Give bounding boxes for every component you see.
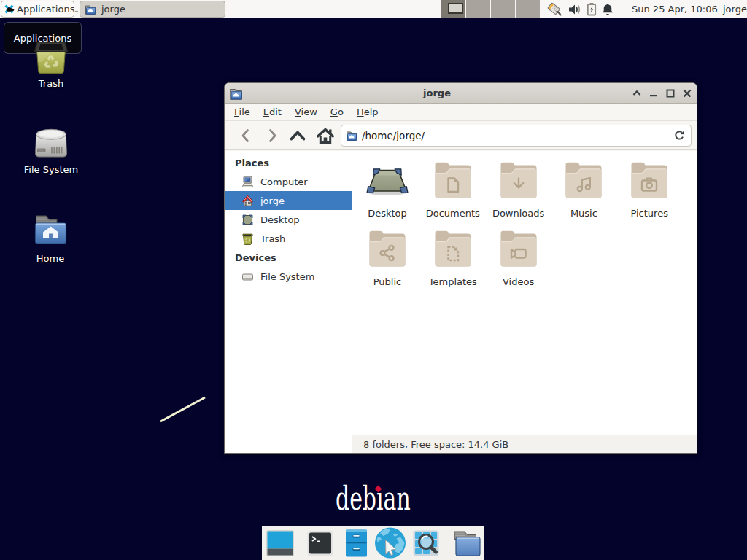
menu-help[interactable]: Help: [350, 106, 385, 117]
panel-username[interactable]: jorge: [723, 0, 747, 18]
show-desktop-icon: [266, 529, 295, 558]
home-icon: [241, 195, 254, 207]
folder-templates-icon: [420, 230, 486, 268]
debian-wordmark: debıan: [336, 481, 411, 517]
statusbar-text: 8 folders, Free space: 14.4 GiB: [363, 439, 508, 450]
minimize-button[interactable]: [645, 85, 662, 102]
maximize-icon: [665, 88, 676, 98]
trash-icon: [241, 233, 254, 245]
menu-view[interactable]: View: [288, 106, 324, 117]
maximize-button[interactable]: [662, 85, 678, 102]
trash-icon: [16, 41, 86, 74]
browser-launcher[interactable]: [374, 527, 406, 559]
desktop-icon-home[interactable]: Home: [15, 214, 85, 264]
location-path: /home/jorge/: [362, 130, 673, 141]
desktop-icon-file-system[interactable]: File System: [16, 128, 86, 175]
menu-go[interactable]: Go: [324, 106, 350, 117]
folder-music-icon: [551, 162, 616, 200]
file-cabinet-launcher[interactable]: [344, 529, 368, 558]
window-controls: [628, 83, 695, 104]
sidebar-item-trash[interactable]: Trash: [225, 229, 352, 248]
battery-icon[interactable]: [587, 2, 597, 16]
sidebar-item-computer[interactable]: Computer: [225, 172, 352, 191]
drive-icon: [16, 128, 86, 158]
sidebar-item-file-system[interactable]: File System: [225, 267, 352, 286]
desktop-pad-icon: [355, 162, 420, 200]
panel-clock[interactable]: Sun 25 Apr, 10:06: [632, 0, 718, 18]
bottom-dock-panel: [262, 526, 484, 560]
folder-public-icon: [355, 230, 420, 268]
statusbar: 8 folders, Free space: 14.4 GiB: [352, 435, 697, 453]
file-manager-launcher[interactable]: [452, 529, 482, 558]
sidebar-header-devices: Devices: [225, 248, 352, 267]
top-panel: Applications jorge Sun 25 Apr, 10:06 jor…: [0, 0, 747, 18]
desktop-icon: [241, 214, 254, 226]
file-item-public[interactable]: Public: [355, 230, 420, 287]
file-item-pictures[interactable]: Pictures: [616, 162, 682, 219]
volume-icon[interactable]: [568, 3, 582, 16]
file-item-desktop[interactable]: Desktop: [355, 162, 420, 219]
workspace-3[interactable]: [490, 0, 515, 18]
places-sidebar: Places Computer jorge Desktop TrashDevic…: [225, 151, 352, 453]
file-item-videos[interactable]: Videos: [486, 230, 551, 287]
file-cabinet-icon: [344, 529, 368, 558]
window-titlebar[interactable]: jorge: [225, 83, 697, 104]
file-item-documents[interactable]: Documents: [420, 162, 486, 219]
applications-menu-button[interactable]: Applications: [1, 1, 74, 18]
home-icon: [316, 127, 335, 144]
reload-icon[interactable]: [673, 130, 685, 141]
shade-icon: [632, 88, 642, 98]
forward-icon: [264, 128, 280, 144]
drive-icon: [241, 271, 254, 283]
app-finder-launcher[interactable]: [412, 529, 440, 557]
workspace-1[interactable]: [441, 0, 465, 18]
folder-pictures-icon: [616, 162, 682, 200]
workspace-switcher[interactable]: [441, 0, 540, 18]
shade-button[interactable]: [628, 85, 645, 102]
folder-downloads-icon: [486, 162, 551, 200]
menubar: FileEditViewGoHelp: [225, 104, 697, 121]
file-list: Desktop Documents Downloads Music Pictur…: [352, 151, 697, 435]
file-item-templates[interactable]: Templates: [420, 230, 486, 287]
workspace-2[interactable]: [465, 0, 490, 18]
dock-separator: [446, 530, 446, 556]
sidebar-header-places: Places: [225, 153, 352, 172]
close-button[interactable]: [678, 85, 695, 102]
app-finder-icon: [412, 529, 440, 557]
menu-file[interactable]: File: [228, 106, 257, 117]
notifications-icon[interactable]: [601, 2, 614, 16]
show-desktop-launcher[interactable]: [266, 529, 295, 558]
menu-edit[interactable]: Edit: [257, 106, 288, 117]
forward-button[interactable]: [260, 124, 284, 147]
location-bar[interactable]: /home/jorge/: [341, 125, 692, 147]
workspace-4[interactable]: [515, 0, 540, 18]
window-body: Places Computer jorge Desktop TrashDevic…: [225, 151, 697, 453]
desktop-icon-trash[interactable]: Trash: [16, 41, 86, 89]
wallpaper-swoosh: [157, 394, 212, 427]
browser-icon: [374, 527, 406, 559]
window-title: jorge: [225, 83, 649, 104]
network-icon[interactable]: [546, 2, 563, 17]
file-manager-window: jorge FileEditViewGoHelp /home/jorge/ Pl…: [224, 82, 697, 454]
back-button[interactable]: [234, 124, 258, 147]
main-column: Desktop Documents Downloads Music Pictur…: [352, 151, 697, 453]
xfce-logo-icon: [4, 4, 15, 15]
workspace-window-preview: [448, 3, 463, 14]
system-tray: [546, 0, 614, 18]
home-button[interactable]: [314, 124, 337, 147]
file-item-downloads[interactable]: Downloads: [486, 162, 551, 219]
close-icon: [682, 88, 692, 98]
computer-icon: [241, 176, 254, 188]
sidebar-item-jorge[interactable]: jorge: [225, 191, 352, 210]
file-item-music[interactable]: Music: [551, 162, 616, 219]
taskbar-window-button[interactable]: jorge: [80, 1, 225, 18]
up-button[interactable]: [286, 124, 309, 147]
panel-separator-handle[interactable]: [74, 0, 79, 18]
folder-home-icon: [85, 4, 96, 15]
applications-menu-label: Applications: [17, 4, 74, 15]
sidebar-item-desktop[interactable]: Desktop: [225, 210, 352, 229]
home-folder-icon: [15, 214, 85, 245]
folder-documents-icon: [420, 162, 486, 200]
minimize-icon: [649, 88, 659, 98]
terminal-launcher[interactable]: [306, 529, 334, 557]
